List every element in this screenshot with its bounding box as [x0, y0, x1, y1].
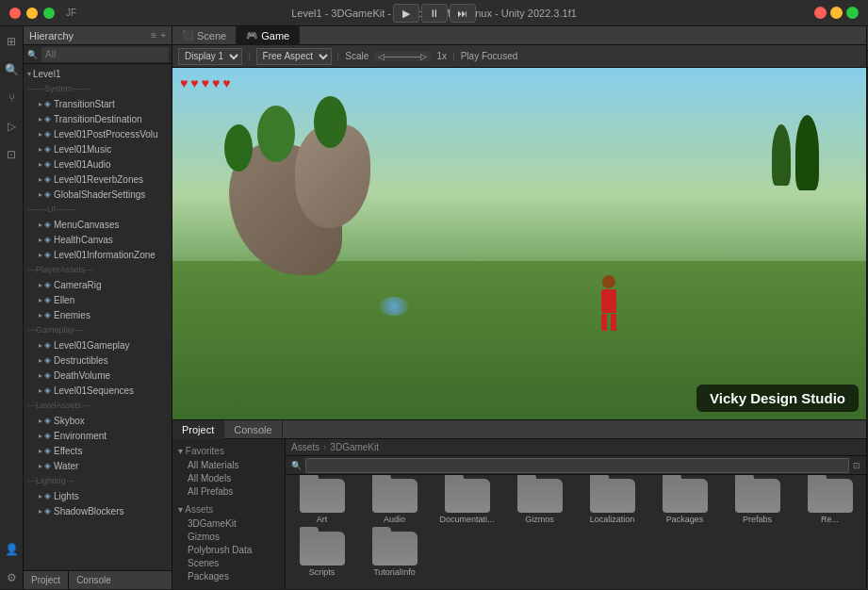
maximize-dot[interactable] [43, 8, 55, 19]
tree-item-reverb[interactable]: ▸◈ Level01ReverbZones [24, 172, 172, 187]
tree-item-death[interactable]: ▸◈ DeathVolume [24, 368, 172, 383]
tree-item-env[interactable]: ▸◈ Environment [24, 428, 172, 443]
hierarchy-header-icons[interactable]: ≡ + [151, 30, 166, 41]
folder-loc-label: Localization [584, 515, 641, 524]
all-prefabs[interactable]: All Prefabs [172, 484, 285, 498]
tree-sep-system: ------System------ [24, 81, 172, 96]
tree-item-sequences[interactable]: ▸◈ Level01Sequences [24, 383, 172, 398]
heart-2: ♥ [190, 75, 198, 90]
folder-doc[interactable]: Documentati... [436, 479, 498, 524]
folder-loc-icon [590, 479, 635, 513]
tree-item-gameplay[interactable]: ▸◈ Level01Gameplay [24, 337, 172, 352]
tab-scene[interactable]: ⬛ Scene [172, 26, 237, 45]
char-head [602, 275, 615, 288]
gameobj-icon19: ◈ [44, 431, 51, 440]
project-content-area: ▾ Favorites All Materials All Models All… [172, 439, 866, 589]
folder-audio[interactable]: Audio [364, 479, 425, 524]
close-dot[interactable] [9, 8, 21, 19]
scale-slider[interactable]: ◁──────▷ [374, 52, 431, 61]
folder-packages[interactable]: Packages [654, 479, 715, 524]
scale-label: Scale [345, 51, 368, 61]
project-search-input[interactable] [305, 458, 849, 473]
tree-item-shadow[interactable]: ▸◈ ShadowBlockers [24, 503, 172, 518]
bg-tree-right [795, 115, 819, 190]
3dgamekit-sidebar[interactable]: 3DGameKit [172, 516, 285, 530]
tree-item-health[interactable]: ▸◈ HealthCanvas [24, 232, 172, 247]
tree-item-skybox[interactable]: ▸◈ Skybox [24, 413, 172, 428]
extensions-icon-btn[interactable]: ⊡ [0, 143, 23, 166]
folder-prefabs[interactable]: Prefabs [727, 479, 788, 524]
tree-item-lights[interactable]: ▸◈ Lights [24, 488, 172, 503]
all-materials[interactable]: All Materials [172, 458, 285, 471]
packages-sidebar[interactable]: Packages [172, 569, 285, 582]
folder-art-icon [300, 479, 345, 513]
asset-grid-area: Assets › 3DGameKit 🔍 ⊡ [286, 439, 866, 589]
window-controls[interactable]: JF [9, 8, 76, 19]
tab-project[interactable]: Project [172, 420, 224, 439]
tree-item-postprocess[interactable]: ▸◈ Level01PostProcessVolu [24, 126, 172, 141]
play-controls[interactable]: ▶ ⏸ ⏭ [393, 4, 476, 23]
account-icon-btn[interactable]: 👤 [0, 538, 23, 561]
tree-item-infozone[interactable]: ▸◈ Level01InformationZone [24, 247, 172, 262]
tree-sep-ui: -------UI------- [24, 202, 172, 217]
gizmos-sidebar[interactable]: Gizmos [172, 530, 285, 543]
folder-loc[interactable]: Localization [581, 479, 643, 524]
folder-gizmos[interactable]: Gizmos [509, 479, 570, 524]
folder-gizmos-icon [517, 479, 563, 513]
filter-icon[interactable]: ⊡ [853, 461, 860, 470]
tree-item-music[interactable]: ▸◈ Level01Music [24, 141, 172, 156]
play-button[interactable]: ▶ [393, 4, 419, 23]
tab-console[interactable]: Console [224, 420, 282, 439]
tree-item-transitionstart[interactable]: ▸◈ TransitionStart [24, 96, 172, 111]
tree-sep-gameplay: ---Gameplay--- [24, 322, 172, 337]
folder-tutorialinfo[interactable]: TutorialInfo [364, 532, 425, 577]
console-tab-btn[interactable]: Console [69, 571, 119, 589]
breadcrumb-assets: Assets [291, 442, 319, 452]
tree-item-level1[interactable]: ▾ Level1 [24, 66, 172, 81]
source-control-icon-btn[interactable]: ⑂ [0, 87, 23, 109]
folder-art[interactable]: Art [291, 479, 352, 524]
char-leg-left [601, 314, 607, 331]
minimize-dot[interactable] [26, 8, 38, 19]
hierarchy-search-input[interactable] [41, 47, 169, 62]
pause-button[interactable]: ⏸ [421, 4, 448, 23]
hierarchy-add-icon[interactable]: + [160, 30, 166, 41]
folder-scripts[interactable]: Scripts [291, 532, 352, 577]
search-icon-btn[interactable]: 🔍 [0, 58, 23, 81]
tree-sep-levelassets: ---LevelAssets--- [24, 398, 172, 413]
tree-item-effects[interactable]: ▸◈ Effects [24, 443, 172, 458]
hierarchy-icon-btn[interactable]: ⊞ [0, 30, 23, 53]
tree-item-ellen[interactable]: ▸◈ Ellen [24, 292, 172, 307]
display-select[interactable]: Display 1 [178, 48, 242, 65]
game-icon: 🎮 [246, 30, 257, 41]
tree-item-audio[interactable]: ▸◈ Level01Audio [24, 156, 172, 172]
gameobj-icon12: ◈ [44, 295, 51, 304]
step-button[interactable]: ⏭ [450, 4, 476, 23]
debug-icon-btn[interactable]: ▷ [0, 115, 23, 138]
scale-value: 1x [437, 51, 448, 61]
tree-item-enemies[interactable]: ▸◈ Enemies [24, 307, 172, 322]
tree-vegetation2 [257, 106, 295, 162]
tree-item-destructibles[interactable]: ▸◈ Destructibles [24, 352, 172, 368]
glow-orb [380, 297, 408, 316]
tree-sep-player: ---PlayerAssets--- [24, 262, 172, 277]
folder-re[interactable]: Re... [799, 479, 860, 524]
tree-item-shader[interactable]: ▸◈ GlobalShaderSettings [24, 187, 172, 202]
tab-game[interactable]: 🎮 Game [237, 26, 300, 45]
scenes-sidebar[interactable]: Scenes [172, 556, 285, 569]
tree-item-transitiondest[interactable]: ▸◈ TransitionDestination [24, 111, 172, 126]
all-models[interactable]: All Models [172, 471, 285, 484]
folder-scripts-label: Scripts [294, 567, 351, 577]
polybrush-sidebar[interactable]: Polybrush Data [172, 543, 285, 556]
tree-item-camerarig[interactable]: ▸◈ CameraRig [24, 277, 172, 292]
heart-1: ♥ [180, 75, 188, 90]
project-sidebar: ▾ Favorites All Materials All Models All… [172, 439, 286, 589]
heart-4: ♥ [212, 75, 220, 90]
tree-item-water[interactable]: ▸◈ Water [24, 458, 172, 473]
settings-icon-btn[interactable]: ⚙ [0, 566, 23, 589]
tree-item-menucanvas[interactable]: ▸◈ MenuCanvases [24, 217, 172, 232]
project-tab-btn[interactable]: Project [24, 571, 69, 589]
aspect-select[interactable]: Free Aspect [256, 48, 332, 65]
tree-vegetation3 [314, 96, 347, 148]
hierarchy-menu-icon[interactable]: ≡ [151, 30, 156, 41]
